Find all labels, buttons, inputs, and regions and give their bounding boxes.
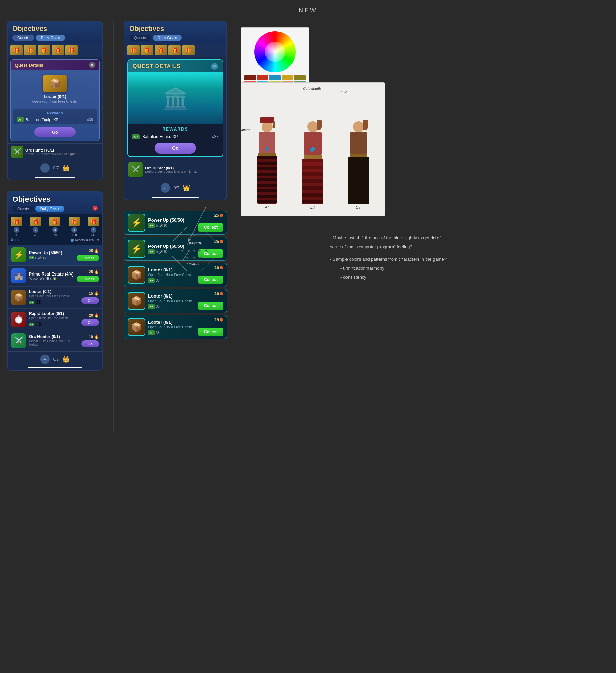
orc-quest-desc-old: Defeat 1 Orc Camps level 1 or higher. (25, 152, 99, 156)
new-daily-title: Objectives (12, 195, 98, 204)
modal-close-old[interactable]: × (89, 62, 95, 68)
quest-meta-rapid: XP 19 (29, 321, 79, 327)
xp-val-rapid: 19 (35, 321, 42, 327)
collect-btn-modern-3[interactable]: Collect (198, 276, 223, 284)
quest-desc-looter: Open Four Hour Free Chests (29, 294, 79, 298)
pts-val-looter: 15 (89, 291, 93, 295)
xp-badge-old: XP (17, 117, 24, 122)
collect-btn-power-up[interactable]: Collect (77, 255, 99, 261)
pts-label: 0 pts (11, 238, 19, 242)
quest-name-looter: Looter (0/1) (29, 289, 79, 294)
pts-orc: 10 🔥 (89, 334, 99, 339)
svg-text:✦: ✦ (192, 248, 196, 254)
go-btn-orc[interactable]: Go (81, 340, 99, 347)
xp-val-m1: 5 (156, 224, 158, 227)
rewards-strip-old: 🎁 🎁 🎁 🎁 🎁 (8, 43, 102, 57)
meta2-m1: 🗡️10 (159, 224, 167, 227)
divider (113, 21, 114, 433)
fig-et-belt (304, 155, 322, 159)
nav-arrow-left-old[interactable]: ← (40, 163, 50, 173)
fig-et-skirt (302, 159, 323, 204)
xp-icon-looter: XP (29, 301, 34, 304)
reward-icon-1: 🎁 (10, 45, 23, 55)
step-val-5: 140 (91, 233, 96, 237)
figure-st: ST (338, 121, 379, 209)
fig-at-pendant (266, 147, 268, 151)
tab-daily-new[interactable]: Daily Goals (35, 206, 64, 212)
mid-reward-1: 🎁 (127, 45, 140, 55)
orange-dot-1 (220, 214, 223, 217)
mid-reward-4: 🎁 (168, 45, 181, 55)
quest-modal-new: QUEST DETAILS × 🏛️ REWARDS XP Battalion … (127, 59, 223, 157)
nav-count-new: 0/7 (53, 357, 59, 362)
reward-row-old: XP Battalion Equip. XP x38 (17, 117, 93, 122)
svg-text:✦: ✦ (192, 233, 196, 238)
modern-thumb-1: ⚡ (128, 214, 145, 232)
quest-right-looter: 15 🔥 Go (81, 291, 99, 304)
modern-quest-5: 📦 Looter (0/1) Open Four Hour Free Chest… (124, 315, 227, 339)
fig-et-skirt-pattern (302, 159, 323, 204)
go-btn-modal-new[interactable]: Go (155, 143, 196, 154)
tab-quests-new[interactable]: Quests (12, 206, 34, 212)
tab-daily-mid[interactable]: Daily Goals (153, 35, 182, 41)
quest-right-prime: 25 🔥 Collect (77, 269, 99, 282)
new-daily-panel: Objectives Quests Daily Goals 2 🎁 1 20 🎁… (7, 191, 103, 371)
quest-modal-old: Quest Details × 📦 Looter (0/1) Open Four… (10, 59, 100, 141)
modal-body-new: 🏛️ (128, 72, 223, 124)
rewards-strip-mid: 🎁 🎁 🎁 🎁 🎁 (124, 43, 226, 57)
tab-daily-old[interactable]: Daily Goals (36, 35, 65, 41)
nav-arrow-left-new[interactable]: ← (40, 355, 50, 364)
quest-item-power-up: ⚡ Power Up (50/50) XP 5 🗡️ 10 (8, 245, 102, 266)
modern-thumb-5: 📦 (128, 318, 145, 336)
nav-arrow-left-mid[interactable]: ← (161, 183, 170, 193)
go-btn-looter[interactable]: Go (81, 297, 99, 304)
fig-st-skirt (348, 157, 369, 204)
collect-btn-prime[interactable]: Collect (77, 276, 99, 282)
reward-name-new: Battalion Equip. XP (142, 134, 209, 139)
step-num-1: 1 (14, 227, 19, 233)
quest-name-orc: Orc Hunter (0/1) (29, 334, 79, 339)
progress-steps: 🎁 1 20 🎁 2 45 🎁 3 70 🎁 4 100 (11, 217, 99, 237)
annotation-gold: Gold details (303, 86, 321, 90)
svg-text:✦: ✦ (187, 248, 191, 254)
meta2-m2: 🗡️10 (159, 250, 167, 254)
tab-quests-mid[interactable]: Quests (129, 35, 151, 41)
go-button-old[interactable]: Go (34, 127, 76, 137)
nav-count-old: 0/7 (53, 166, 59, 170)
pts-star-prime: 🔥 (94, 269, 99, 274)
collect-btn-modern-4[interactable]: Collect (198, 302, 223, 310)
rewards-section-old: Rewards XP Battalion Equip. XP x38 (13, 109, 97, 124)
step-val-3: 70 (53, 233, 57, 237)
fig-st-vest (350, 132, 367, 154)
step-num-4: 4 (72, 227, 77, 233)
step-icon-2: 🎁 (30, 217, 41, 226)
xp-val-m3: 38 (156, 279, 160, 282)
orc-quest-mid: ⚔️ Orc Hunter (0/1) Defeat 1 Orc Camps l… (124, 159, 226, 180)
step-val-2: 45 (34, 233, 37, 237)
step-num-3: 3 (52, 227, 58, 233)
go-btn-rapid[interactable]: Go (81, 319, 99, 326)
swatch-blue (269, 75, 281, 80)
pts-prime: 25 🔥 (89, 269, 99, 274)
mid-reward-5: 🎁 (182, 45, 195, 55)
quest-list-new: ⚡ Power Up (50/50) XP 5 🗡️ 10 (8, 245, 102, 351)
step-icon-1: 🎁 (11, 217, 22, 226)
collect-btn-modern-5[interactable]: Collect (198, 328, 223, 336)
tab-quests-old[interactable]: Quests (12, 35, 34, 41)
figures-container: AT ET (241, 83, 385, 216)
pts-looter: 15 🔥 (89, 291, 99, 296)
orc-info-mid: Orc Hunter (0/1) Defeat 1 Orc Camps leve… (145, 166, 197, 173)
quest-name-rapid: Rapid Looter (0/1) (29, 311, 79, 316)
color-wheel-inner (265, 42, 285, 62)
modal-close-new[interactable]: × (211, 63, 218, 70)
pts-star-rapid: 🔥 (94, 313, 99, 318)
meta3-prime: 🛡️5 (46, 277, 52, 280)
pts-rapid: 20 🔥 (89, 313, 99, 318)
bottom-nav-mid: ← 0/7 👑 (124, 180, 226, 195)
xp-badge-m3: XP (148, 278, 155, 283)
annotation-blue: blue (341, 90, 347, 94)
svg-text:✦: ✦ (185, 255, 189, 260)
orc-quest-name-old: Orc Hunter (0/1) (25, 148, 99, 152)
pts-modern-5: 15 (214, 317, 223, 322)
pts-val-power-up: 25 (89, 249, 93, 253)
